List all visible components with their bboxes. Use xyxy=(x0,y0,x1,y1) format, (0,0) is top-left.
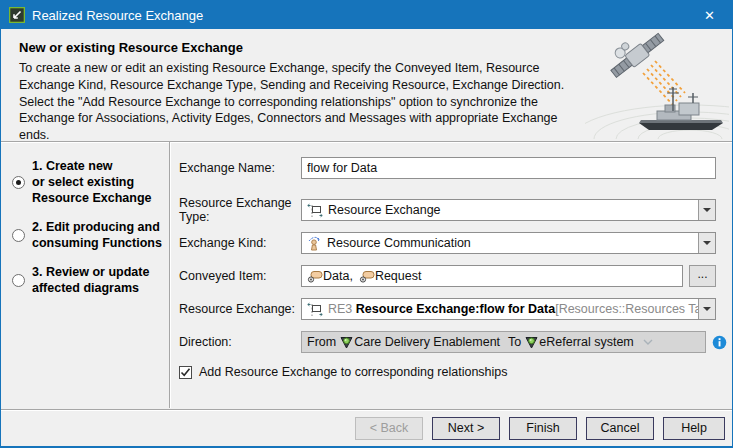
title-bar: Realized Resource Exchange ✕ xyxy=(1,1,732,29)
radio-step-2[interactable] xyxy=(12,229,25,242)
resource-exchange-icon xyxy=(307,302,323,317)
exchange-name-label: Exchange Name: xyxy=(179,161,301,175)
step-create-or-select[interactable]: 1. Create new or select existing Resourc… xyxy=(1,158,169,206)
resource-exchange-icon xyxy=(307,203,323,218)
resource-exchange-type-dropdown-arrow[interactable] xyxy=(698,200,715,220)
direction-row: Direction: From Care Delivery Enablement… xyxy=(179,331,732,353)
radio-step-1[interactable] xyxy=(12,176,25,189)
direction-from-value: Care Delivery Enablement xyxy=(354,335,500,349)
conveyed-item-2: Request xyxy=(375,269,422,283)
info-icon[interactable] xyxy=(712,335,727,350)
conveyed-item-row: Conveyed Item: Data, xyxy=(179,265,732,287)
cancel-button[interactable]: Cancel xyxy=(586,417,654,440)
step-2-label: 2. Edit producing and consuming Function… xyxy=(32,219,162,251)
direction-to-value: eReferral system xyxy=(539,335,633,349)
realized-resource-exchange-dialog: Realized Resource Exchange ✕ New or exis… xyxy=(0,0,733,448)
button-bar: < Back Next > Finish Cancel Help xyxy=(1,409,732,446)
resource-exchange-combo[interactable]: RE3 Resource Exchange:flow for Data[Reso… xyxy=(301,298,716,320)
wizard-steps: 1. Create new or select existing Resourc… xyxy=(1,142,169,408)
exchange-kind-row: Exchange Kind: Resource Communication xyxy=(179,232,732,254)
resource-exchange-label: Resource Exchange: xyxy=(179,302,301,316)
step-edit-functions[interactable]: 2. Edit producing and consuming Function… xyxy=(1,219,169,251)
step-review-diagrams[interactable]: 3. Review or update affected diagrams xyxy=(1,264,169,296)
conveyed-item-browse-button[interactable]: ... xyxy=(689,265,716,287)
window-title: Realized Resource Exchange xyxy=(32,8,203,23)
add-relationships-checkbox[interactable] xyxy=(179,366,192,379)
resource-exchange-dropdown-arrow[interactable] xyxy=(698,299,715,319)
wizard-header: New or existing Resource Exchange To cre… xyxy=(1,29,732,142)
resource-exchange-type-label: Resource Exchange Type: xyxy=(179,196,301,224)
resource-communication-icon xyxy=(307,236,322,251)
exchange-kind-label: Exchange Kind: xyxy=(179,236,301,250)
back-button[interactable]: < Back xyxy=(355,417,423,440)
resource-performer-icon xyxy=(525,336,538,349)
direction-combo[interactable]: From Care Delivery Enablement To xyxy=(301,331,706,353)
exchange-form: Exchange Name: Resource Exchange Type: R… xyxy=(179,142,732,380)
step-1-label: 1. Create new or select existing Resourc… xyxy=(32,158,152,206)
conveyed-item-1: Data, xyxy=(323,269,353,283)
add-relationships-label: Add Resource Exchange to corresponding r… xyxy=(199,365,508,379)
exchange-kind-dropdown-arrow[interactable] xyxy=(698,233,715,253)
exchange-name-row: Exchange Name: xyxy=(179,157,732,179)
conveyed-item-label: Conveyed Item: xyxy=(179,269,301,283)
resource-performer-icon xyxy=(340,336,353,349)
resource-exchange-row: Resource Exchange: RE3 Resource Exchange… xyxy=(179,298,732,320)
exchange-kind-value: Resource Communication xyxy=(327,236,471,250)
exchange-name-input[interactable] xyxy=(301,157,716,179)
conveyed-item-icon xyxy=(307,270,323,283)
conveyed-item-field[interactable]: Data, Request xyxy=(301,265,683,287)
step-3-label: 3. Review or update affected diagrams xyxy=(32,264,149,296)
next-button[interactable]: Next > xyxy=(432,417,500,440)
radio-step-3[interactable] xyxy=(12,274,25,287)
satellite-ship-illustration xyxy=(585,31,729,139)
resource-exchange-type-value: Resource Exchange xyxy=(328,203,441,217)
help-button[interactable]: Help xyxy=(663,417,725,440)
header-description: To create a new or edit an existing Reso… xyxy=(19,60,581,144)
conveyed-item-icon xyxy=(359,270,375,283)
direction-from-word: From xyxy=(307,335,336,349)
finish-button[interactable]: Finish xyxy=(509,417,577,440)
close-button[interactable]: ✕ xyxy=(687,1,732,29)
resource-exchange-value: RE3 Resource Exchange:flow for Data[Reso… xyxy=(328,302,698,316)
sidebar-separator xyxy=(169,142,171,408)
direction-label: Direction: xyxy=(179,335,301,349)
direction-to-word: To xyxy=(508,335,521,349)
resource-exchange-type-row: Resource Exchange Type: Resource Exchang… xyxy=(179,199,732,221)
add-relationships-row: Add Resource Exchange to corresponding r… xyxy=(179,364,732,380)
magicdraw-app-icon xyxy=(9,7,25,23)
exchange-kind-combo[interactable]: Resource Communication xyxy=(301,232,716,254)
resource-exchange-type-combo[interactable]: Resource Exchange xyxy=(301,199,716,221)
chevron-down-icon xyxy=(642,335,654,349)
